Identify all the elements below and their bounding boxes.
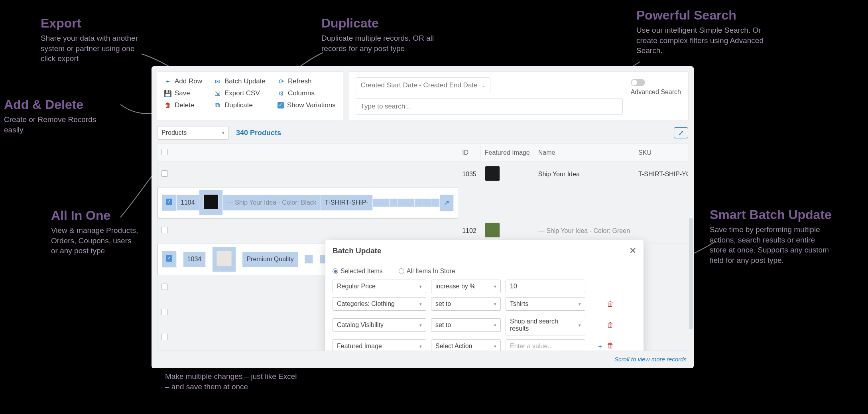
chevron-down-icon: ⌄ — [482, 83, 485, 88]
columns-label: Columns — [288, 89, 315, 97]
radio-icon — [399, 268, 404, 274]
ann-inline-body: Make multiple changes – just like Excel … — [165, 371, 301, 392]
batch-update-button[interactable]: ✉Batch Update — [214, 77, 266, 85]
row-checkbox[interactable] — [161, 309, 168, 315]
field-select[interactable]: Regular Price▾ — [333, 280, 426, 293]
vertical-scrollbar[interactable] — [689, 218, 693, 329]
action-select[interactable]: Select Action▾ — [431, 339, 501, 351]
value-select[interactable]: Shop and search results▾ — [506, 315, 585, 335]
cell-name[interactable]: Premium Quality — [242, 252, 298, 267]
expand-icon: ⤢ — [678, 129, 684, 137]
col-header[interactable]: SKU — [634, 144, 688, 162]
ann-aio-body: View & manage Products, Orders, Coupons,… — [51, 225, 139, 256]
row-checkbox[interactable] — [166, 199, 172, 205]
col-header[interactable] — [157, 144, 458, 162]
save-label: Save — [175, 89, 190, 97]
advanced-search-label: Advanced Search — [631, 89, 681, 96]
value-input[interactable]: Enter a value... — [506, 339, 585, 351]
copy-icon: ⧉ — [214, 102, 221, 109]
col-header[interactable]: Name — [534, 144, 634, 162]
plus-icon: ＋ — [164, 78, 171, 85]
value-select[interactable]: Tshirts▾ — [506, 297, 585, 311]
delete-row-icon[interactable]: 🗑 — [607, 300, 614, 308]
search-panel: Created Start Date - Created End Date⌄ A… — [348, 72, 688, 120]
export-icon: ⇲ — [214, 90, 221, 97]
ann-search-title: Powerful Search — [636, 8, 772, 23]
cell-manage[interactable] — [423, 199, 431, 207]
advanced-search-toggle[interactable] — [631, 79, 645, 86]
select-all-checkbox[interactable] — [161, 149, 168, 155]
add-row-icon[interactable]: ＋ — [596, 341, 604, 351]
action-select[interactable]: set to▾ — [431, 318, 501, 332]
cell-regprice[interactable] — [373, 199, 381, 207]
value-input[interactable]: 10 — [506, 280, 585, 293]
row-checkbox[interactable] — [161, 284, 168, 290]
cell-stockstatus[interactable] — [431, 199, 440, 207]
save-icon: 💾 — [164, 90, 171, 97]
cell-name[interactable]: Ship Your Idea — [534, 162, 634, 187]
row-checkbox[interactable] — [161, 334, 168, 340]
table-row[interactable]: 1035Ship Your IdeaT-SHIRT-SHIP-YOUR-IDEA… — [157, 162, 688, 187]
radio-icon — [333, 268, 338, 274]
cell-saleprice[interactable] — [381, 199, 390, 207]
row-checkbox[interactable] — [166, 255, 172, 262]
add-row-label: Add Row — [175, 77, 202, 85]
post-type-select[interactable]: Products▾ — [157, 126, 229, 140]
cell-sku[interactable]: T-SHIRT-SHIP-YOUR-IDEA — [634, 162, 688, 187]
export-csv-button[interactable]: ⇲Export CSV — [214, 89, 266, 97]
checkbox-icon — [278, 102, 284, 108]
radio-all-items[interactable]: All Items In Store — [399, 268, 455, 275]
radio-selected-label: Selected Items — [341, 268, 383, 275]
add-row-button[interactable]: ＋Add Row — [164, 77, 202, 85]
cell-sku[interactable] — [305, 255, 313, 264]
field-select[interactable]: Featured Image▾ — [333, 339, 426, 351]
field-select[interactable]: Catalog Visibility▾ — [333, 318, 426, 332]
delete-row-icon[interactable]: 🗑 — [607, 321, 614, 329]
fullscreen-button[interactable]: ⤢ — [674, 127, 688, 138]
columns-button[interactable]: ⚙Columns — [278, 89, 336, 97]
ann-batch-title: Smart Batch Update — [710, 207, 832, 222]
thumbnail[interactable] — [485, 166, 500, 181]
cell-id[interactable]: 1034 — [183, 252, 206, 267]
col-header[interactable]: ID — [458, 144, 481, 162]
ann-add-body: Create or Remove Records easily. — [4, 114, 108, 135]
thumbnail[interactable] — [203, 194, 218, 209]
refresh-label: Refresh — [288, 77, 312, 85]
refresh-button[interactable]: ⟳Refresh — [278, 77, 336, 85]
cell-id[interactable]: 1035 — [458, 162, 481, 187]
date-range-select[interactable]: Created Start Date - Created End Date⌄ — [356, 77, 490, 93]
view-link[interactable]: ↗ — [440, 195, 454, 211]
radio-all-label: All Items In Store — [407, 268, 455, 275]
action-select[interactable]: set to▾ — [431, 297, 501, 311]
save-button[interactable]: 💾Save — [164, 89, 202, 97]
cell-stock[interactable] — [390, 199, 398, 207]
duplicate-button[interactable]: ⧉Duplicate — [214, 101, 266, 109]
chevron-down-icon: ▾ — [222, 130, 224, 136]
col-header[interactable]: Featured Image — [480, 144, 534, 162]
search-input[interactable] — [356, 98, 623, 115]
cell-sku[interactable]: T-SHIRT-SHIP- — [321, 195, 373, 211]
thumbnail[interactable] — [485, 223, 500, 238]
cell-id[interactable]: 1104 — [177, 195, 199, 211]
modal-title: Batch Update — [333, 246, 381, 255]
radio-selected-items[interactable]: Selected Items — [333, 268, 383, 275]
cell-name[interactable]: — Ship Your Idea - Color: Black — [223, 195, 321, 211]
cell-category[interactable] — [406, 199, 415, 207]
delete-row-icon[interactable]: 🗑 — [607, 341, 614, 351]
thumbnail[interactable] — [217, 251, 232, 266]
row-checkbox[interactable] — [161, 170, 168, 177]
table-row[interactable]: 1104— Ship Your Idea - Color: BlackT-SHI… — [157, 187, 458, 219]
cell-status[interactable] — [398, 199, 406, 207]
row-checkbox[interactable] — [161, 227, 168, 233]
cell-attr[interactable] — [415, 199, 423, 207]
ann-dup-body: Duplicate multiple records. OR all recor… — [321, 33, 449, 53]
delete-label: Delete — [175, 101, 194, 109]
field-select[interactable]: Categories: Clothing▾ — [333, 297, 426, 311]
show-variations-toggle[interactable]: Show Variations — [278, 101, 336, 109]
variations-label: Show Variations — [287, 101, 336, 109]
action-select[interactable]: increase by %▾ — [431, 280, 501, 293]
date-range-label: Created Start Date - Created End Date — [361, 81, 478, 89]
close-button[interactable]: ✕ — [629, 246, 636, 256]
delete-button[interactable]: 🗑Delete — [164, 101, 202, 109]
batch-update-modal: Batch Update ✕ Selected Items All Items … — [325, 240, 644, 351]
